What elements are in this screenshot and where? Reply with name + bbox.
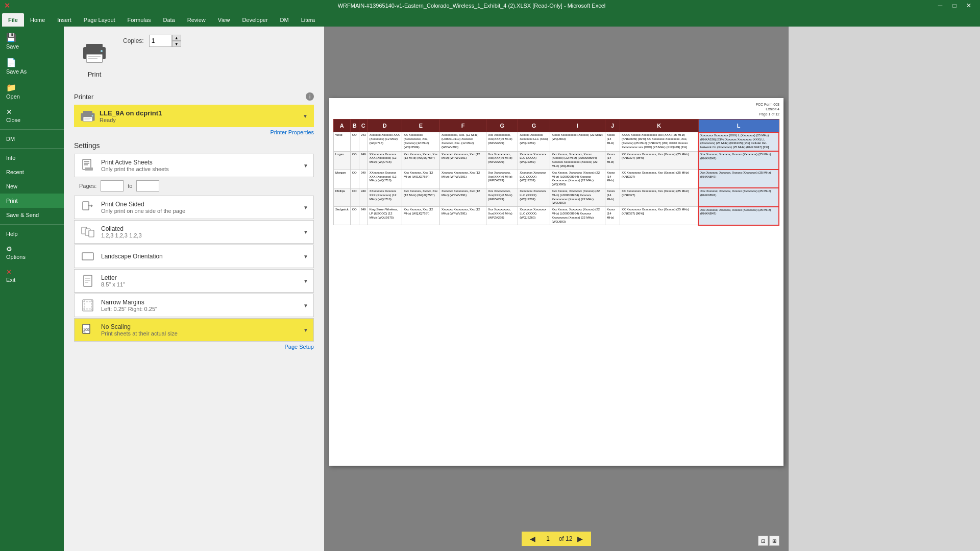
tab-dm[interactable]: DM [274, 13, 295, 27]
prev-page-button[interactable]: ◀ [528, 534, 537, 544]
table-cell: Xxxxx (14 MHz) [605, 207, 620, 225]
sidebar-divider-2 [0, 148, 64, 149]
sidebar-save-label: Save [6, 43, 19, 50]
sidebar-item-print[interactable]: Print [0, 194, 64, 208]
letter-setting[interactable]: Letter 8.5" x 11" ▼ [74, 269, 314, 293]
pages-to-input[interactable] [136, 180, 159, 191]
letter-desc: 8.5" x 11" [101, 281, 303, 288]
sidebar-print-label: Print [6, 198, 18, 204]
svg-point-11 [92, 115, 93, 116]
letter-text: Letter 8.5" x 11" [101, 274, 303, 288]
svg-rect-15 [84, 164, 88, 165]
landscape-setting[interactable]: Landscape Orientation ▼ [74, 245, 314, 268]
tab-view[interactable]: View [212, 13, 236, 27]
sidebar-item-new[interactable]: New [0, 179, 64, 194]
print-button-label: Print [88, 70, 102, 78]
copies-down-button[interactable]: ▼ [172, 41, 181, 47]
table-cell: Xxxxxxx Xxxxxxx XXX (Xxxxxxxx) (12 MHz) … [368, 132, 402, 151]
collated-text: Collated 1,2,3 1,2,3 1,2,3 [101, 225, 303, 238]
tab-formulas[interactable]: Formulas [121, 13, 157, 27]
sidebar-item-dm[interactable]: DM [0, 132, 64, 146]
zoom-fit-button[interactable]: ⊡ [758, 536, 768, 546]
table-cell: Xxx Xxxxxxxxxx, Xxx(XXX)(6 MHz) (WPZA239… [486, 188, 518, 206]
table-cell: Xxx Xxxxxx, Xxxxxxxx (Xxxxxx) (22 MHz) (… [550, 188, 605, 206]
letter-icon [80, 273, 96, 289]
close-button[interactable]: ✕ [962, 0, 976, 11]
next-page-button[interactable]: ▶ [575, 534, 585, 544]
tab-developer[interactable]: Developer [236, 13, 274, 27]
page-number-input[interactable] [541, 535, 556, 542]
col-g1-header: G [486, 119, 518, 132]
sidebar-new-label: New [6, 183, 17, 189]
table-cell: King Street Wireless, LP (USCOC) (12 MHz… [368, 207, 402, 225]
tab-review[interactable]: Review [181, 13, 212, 27]
title-bar-title: WRFMAIN-#13965140-v1-Eastern_Colorado_Wi… [10, 3, 933, 9]
no-scaling-text: No Scaling Print sheets at their actual … [101, 323, 303, 337]
copies-row: Copies: ▲ ▼ [123, 35, 314, 47]
table-cell: Xxx Xxxxxx, Xxxxxxxx, Xxxxx (Xxxxxx) (22… [550, 151, 605, 170]
print-panel: Print Copies: ▲ ▼ [64, 27, 789, 551]
sidebar-item-save[interactable]: 💾 Save [0, 29, 64, 54]
table-cell: XX Xxxxxxxxx (Xxxxxxxxxx, Xxx, (Xxxxxx) … [402, 132, 440, 151]
sidebar-item-save-as[interactable]: 📄 Save As [0, 54, 64, 79]
landscape-text: Landscape Orientation [101, 253, 303, 260]
sidebar-item-open[interactable]: 📁 Open [0, 79, 64, 104]
svg-rect-13 [84, 161, 89, 162]
printer-selector[interactable]: LLE_9A on dcprint1 Ready ▼ [74, 105, 314, 127]
pages-from-input[interactable] [101, 180, 124, 191]
table-cell: Logan [334, 151, 351, 170]
svg-rect-8 [83, 117, 92, 122]
printer-properties-link[interactable]: Printer Properties [74, 129, 314, 135]
svg-rect-14 [84, 163, 89, 164]
one-sided-title: Print One Sided [101, 201, 303, 208]
print-button[interactable] [74, 35, 115, 70]
tab-file[interactable]: File [2, 13, 24, 27]
active-sheets-arrow: ▼ [303, 163, 308, 169]
table-cell: Xxx Xxxxxxxxxx, Xxx(XXX)(6 MHz) (WPZA239… [486, 207, 518, 225]
print-active-sheets-setting[interactable]: Print Active Sheets Only print the activ… [74, 154, 314, 177]
table-cell: XX Xxxxxxxxx Xxxxxxxxx, Xxx (Xxxxxx) (25… [620, 207, 698, 225]
table-cell: Xxx Xxxxxxx, Xxxxxxx, Xxxxxx (Xxxxxxxx) … [698, 188, 779, 206]
collated-desc: 1,2,3 1,2,3 1,2,3 [101, 232, 303, 238]
narrow-margins-setting[interactable]: Narrow Margins Left: 0.25" Right: 0.25" … [74, 294, 314, 317]
table-cell: Xxxxxxxx Xxxxxxxx LLC (XXXX) (WQJ2283) [518, 170, 550, 188]
page-setup-link[interactable]: Page Setup [74, 344, 314, 350]
tab-insert[interactable]: Insert [51, 13, 78, 27]
col-i-header: I [550, 119, 605, 132]
table-cell: Xxx Xxxxxxx, Xxx (12 MHz) (WQJQ755*) [402, 170, 440, 188]
tab-data[interactable]: Data [157, 13, 181, 27]
sidebar-item-save-send[interactable]: Save & Send [0, 208, 64, 222]
sidebar-item-options[interactable]: ⚙ Options [0, 241, 64, 264]
pages-label: Pages: [79, 183, 96, 189]
sidebar-item-info[interactable]: Info [0, 151, 64, 165]
zoom-page-button[interactable]: ⊞ [769, 536, 779, 546]
col-k-header: K [620, 119, 698, 132]
narrow-margins-text: Narrow Margins Left: 0.25" Right: 0.25" [101, 299, 303, 312]
table-cell: XX Xxxxxxxxx Xxxxxxxxx, Xxx (Xxxxxx) (25… [620, 188, 698, 206]
col-c-header: C [359, 119, 368, 132]
one-sided-desc: Only print on one side of the page [101, 208, 303, 214]
table-cell: CO [350, 207, 359, 225]
tab-page-layout[interactable]: Page Layout [78, 13, 121, 27]
sidebar-item-help[interactable]: Help [0, 227, 64, 241]
print-one-sided-setting[interactable]: Print One Sided Only print on one side o… [74, 196, 314, 219]
settings-section-label: Settings [74, 141, 314, 150]
sidebar-item-close[interactable]: ✕ Close [0, 104, 64, 127]
sidebar: 💾 Save 📄 Save As 📁 Open ✕ Close DM Info … [0, 27, 64, 551]
copies-up-button[interactable]: ▲ [172, 35, 181, 41]
table-cell: CO [350, 170, 359, 188]
copies-input[interactable] [149, 35, 172, 47]
table-cell: Xxxxx (14 MHz) [605, 188, 620, 206]
printer-info-icon[interactable]: i [306, 92, 314, 101]
restore-button[interactable]: □ [947, 0, 962, 11]
collated-setting[interactable]: Collated 1,2,3 1,2,3 1,2,3 ▼ [74, 220, 314, 244]
minimize-button[interactable]: ─ [933, 0, 947, 11]
no-scaling-setting[interactable]: 100 % No Scaling Print sheets at their a… [74, 318, 314, 342]
tab-litera[interactable]: Litera [295, 13, 322, 27]
sidebar-item-exit[interactable]: ✕ Exit [0, 264, 64, 287]
table-row: MorganCO349XXxxxxxxx Xxxxxxx XXX (Xxxxxx… [334, 170, 779, 188]
sidebar-exit-label: Exit [6, 277, 15, 283]
sidebar-item-recent[interactable]: Recent [0, 165, 64, 179]
tab-home[interactable]: Home [24, 13, 51, 27]
app-icon: ✕ [4, 2, 10, 10]
